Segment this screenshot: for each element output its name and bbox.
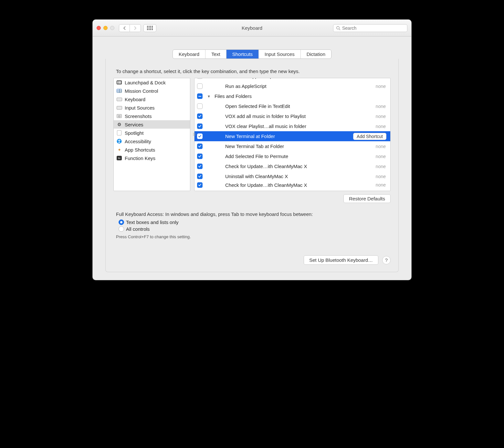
checkbox[interactable] xyxy=(197,144,203,149)
restore-defaults-button[interactable]: Restore Defaults xyxy=(343,194,391,203)
category-label: App Shortcuts xyxy=(125,147,155,153)
radio-label: Text boxes and lists only xyxy=(126,219,179,225)
footer: Set Up Bluetooth Keyboard… ? xyxy=(113,255,391,265)
shortcut-label: VOX clear Playlist…all music in folder xyxy=(225,123,373,129)
shortcut-row[interactable]: Add Selected File to Permutenone xyxy=(194,151,390,161)
back-button[interactable] xyxy=(119,24,130,32)
mission-icon xyxy=(116,88,122,94)
shortcut-value: none xyxy=(376,84,386,89)
tab-keyboard[interactable]: Keyboard xyxy=(173,50,205,59)
category-spotlight[interactable]: Spotlight xyxy=(114,129,190,137)
svg-point-0 xyxy=(337,26,339,29)
checkbox[interactable] xyxy=(197,164,203,169)
tab-input-sources[interactable]: Input Sources xyxy=(259,50,301,59)
fn-icon: fn xyxy=(116,155,122,161)
add-shortcut-button[interactable]: Add Shortcut xyxy=(353,133,386,140)
category-launchpad-dock[interactable]: Launchpad & Dock xyxy=(114,78,190,87)
checkbox[interactable] xyxy=(197,93,203,99)
checkbox[interactable] xyxy=(197,83,203,89)
category-label: Accessibility xyxy=(125,139,151,144)
accessibility-icon xyxy=(116,138,122,144)
disclosure-triangle-icon[interactable]: ▼ xyxy=(207,94,211,98)
keyboard-access-hint: Press Control+F7 to change this setting. xyxy=(116,234,388,239)
shortcut-row[interactable]: Uninstall with CleanMyMac Xnone xyxy=(194,171,390,181)
close-window-button[interactable] xyxy=(97,26,101,30)
search-field[interactable] xyxy=(333,24,407,32)
shortcut-value: none xyxy=(376,182,386,187)
categories-list[interactable]: Launchpad & DockMission ControlKeyboardI… xyxy=(113,78,190,191)
tab-dictation[interactable]: Dictation xyxy=(301,50,331,59)
help-button[interactable]: ? xyxy=(382,256,391,264)
category-label: Screenshots xyxy=(125,113,152,119)
group-label: Files and Folders xyxy=(215,93,388,99)
nav-buttons xyxy=(119,24,141,32)
shortcut-row[interactable]: Check for Update…ith CleanMyMac Xnone xyxy=(194,161,390,171)
forward-button[interactable] xyxy=(130,24,141,32)
category-label: Services xyxy=(125,122,143,127)
radio-indicator xyxy=(119,226,124,232)
category-services[interactable]: ⚙︎Services xyxy=(114,120,190,129)
full-keyboard-access-label: Full Keyboard Access: In windows and dia… xyxy=(116,211,388,217)
category-label: Input Sources xyxy=(125,105,155,111)
svg-line-1 xyxy=(339,29,340,30)
shortcut-label: New Terminal Tab at Folder xyxy=(225,144,373,149)
zoom-window-button[interactable] xyxy=(110,26,114,30)
category-mission-control[interactable]: Mission Control xyxy=(114,87,190,95)
category-label: Mission Control xyxy=(125,88,158,94)
shortcut-label: Run as AppleScript xyxy=(225,83,373,89)
shortcut-label: Make New AppleScript xyxy=(225,78,373,79)
category-app-shortcuts[interactable]: ✦App Shortcuts xyxy=(114,145,190,154)
shortcut-row[interactable]: Run as AppleScriptnone xyxy=(194,81,390,91)
shortcut-row[interactable]: Check for Update…ith CleanMyMac Xnone xyxy=(194,181,390,188)
search-input[interactable] xyxy=(342,26,404,31)
shortcut-value: none xyxy=(376,124,386,129)
shortcut-row[interactable]: Make New AppleScriptnone xyxy=(194,78,390,81)
checkbox[interactable] xyxy=(197,174,203,179)
checkbox[interactable] xyxy=(197,182,203,188)
tab-text[interactable]: Text xyxy=(205,50,226,59)
shortcut-value: none xyxy=(376,144,386,149)
tab-shortcuts[interactable]: Shortcuts xyxy=(226,50,259,59)
category-function-keys[interactable]: fnFunction Keys xyxy=(114,154,190,162)
category-screenshots[interactable]: Screenshots xyxy=(114,112,190,120)
checkbox[interactable] xyxy=(197,123,203,129)
checkbox[interactable] xyxy=(197,113,203,119)
checkbox[interactable] xyxy=(197,103,203,109)
category-input-sources[interactable]: Input Sources xyxy=(114,103,190,112)
shortcut-value: none xyxy=(376,154,386,159)
svg-point-3 xyxy=(119,140,120,141)
resize-handle[interactable] xyxy=(193,133,196,137)
appshortcuts-icon: ✦ xyxy=(116,147,122,153)
show-all-button[interactable] xyxy=(143,24,156,32)
setup-bluetooth-keyboard-button[interactable]: Set Up Bluetooth Keyboard… xyxy=(304,255,378,265)
spotlight-icon xyxy=(116,130,122,136)
category-keyboard[interactable]: Keyboard xyxy=(114,95,190,103)
grid-icon xyxy=(147,26,153,30)
shortcut-label: Add Selected File to Permute xyxy=(225,154,373,159)
radio-all-controls[interactable]: All controls xyxy=(119,226,385,232)
category-label: Keyboard xyxy=(125,97,145,102)
category-label: Spotlight xyxy=(125,130,143,136)
shortcut-value: none xyxy=(376,174,386,179)
tabs: KeyboardTextShortcutsInput SourcesDictat… xyxy=(173,49,331,59)
radio-text-boxes-only[interactable]: Text boxes and lists only xyxy=(119,219,385,225)
shortcuts-list[interactable]: Make New AppleScriptnoneRun as AppleScri… xyxy=(194,78,391,191)
radio-indicator xyxy=(119,219,124,225)
checkbox[interactable] xyxy=(197,154,203,159)
shortcut-row[interactable]: New Terminal at FolderAdd Shortcut xyxy=(194,131,390,141)
services-icon: ⚙︎ xyxy=(116,122,122,127)
category-accessibility[interactable]: Accessibility xyxy=(114,137,190,145)
input-icon xyxy=(116,105,122,111)
checkbox[interactable] xyxy=(197,133,203,139)
shortcut-row[interactable]: VOX add all music in folder to Playlistn… xyxy=(194,111,390,121)
shortcut-row[interactable]: New Terminal Tab at Foldernone xyxy=(194,141,390,151)
minimize-window-button[interactable] xyxy=(103,26,108,30)
shortcut-row[interactable]: VOX clear Playlist…all music in folderno… xyxy=(194,121,390,131)
keyboard-icon xyxy=(116,96,122,102)
group-row[interactable]: ▼Files and Folders xyxy=(194,91,390,101)
keyboard-access-radio-group: Text boxes and lists only All controls xyxy=(119,219,385,232)
checkbox[interactable] xyxy=(197,78,203,79)
instruction-text: To change a shortcut, select it, click t… xyxy=(116,69,388,74)
shortcut-label: VOX add all music in folder to Playlist xyxy=(225,113,373,119)
shortcut-row[interactable]: Open Selected File in TextEditnone xyxy=(194,101,390,111)
